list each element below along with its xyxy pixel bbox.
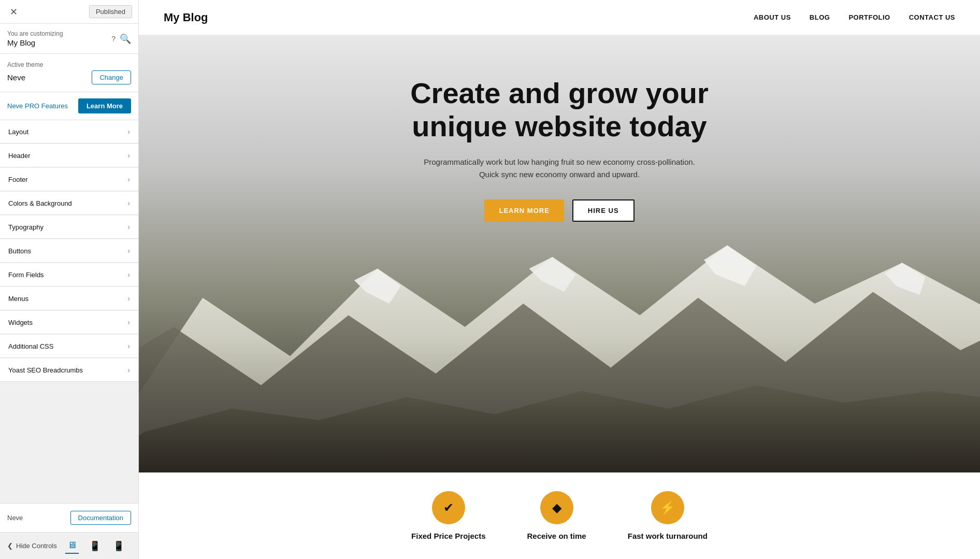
menu-item-label: Yoast SEO Breadcrumbs — [8, 366, 83, 374]
feature-icon: ✔ — [432, 491, 465, 524]
hide-controls-label: Hide Controls — [16, 542, 57, 550]
close-button[interactable]: ✕ — [6, 5, 21, 19]
chevron-right-icon: › — [127, 199, 130, 207]
site-title: My Blog — [164, 11, 208, 24]
neve-pro-section: Neve PRO Features Learn More — [0, 92, 138, 120]
feature-item: ◆ Receive on time — [527, 491, 586, 540]
menu-item[interactable]: Additional CSS› — [0, 335, 138, 358]
learn-more-hero-button[interactable]: LEARN MORE — [484, 199, 564, 222]
menu-item[interactable]: Colors & Background› — [0, 192, 138, 215]
chevron-left-icon: ❮ — [7, 542, 13, 550]
chevron-right-icon: › — [127, 223, 130, 231]
feature-item: ⚡ Fast work turnaround — [628, 491, 708, 540]
feature-label: Fixed Price Projects — [411, 532, 485, 540]
hero-section: Create and grow your unique website toda… — [139, 35, 980, 472]
chevron-right-icon: › — [127, 127, 130, 136]
help-icon[interactable]: ? — [111, 35, 116, 43]
change-theme-button[interactable]: Change — [92, 70, 131, 84]
site-navigation: ABOUT USBLOGPORTFOLIOCONTACT US — [754, 13, 955, 21]
chevron-right-icon: › — [127, 342, 130, 350]
active-theme-section: Active theme Neve Change — [0, 54, 138, 92]
site-header: My Blog ABOUT USBLOGPORTFOLIOCONTACT US — [139, 0, 980, 35]
chevron-right-icon: › — [127, 318, 130, 326]
chevron-right-icon: › — [127, 270, 130, 279]
features-section: ✔ Fixed Price Projects ◆ Receive on time… — [139, 472, 980, 559]
hide-controls-button[interactable]: ❮ Hide Controls — [7, 542, 57, 550]
menu-item[interactable]: Footer› — [0, 168, 138, 191]
menu-item-label: Buttons — [8, 247, 31, 255]
feature-label: Receive on time — [527, 532, 586, 540]
menu-item-label: Typography — [8, 223, 44, 231]
menu-item[interactable]: Form Fields› — [0, 263, 138, 286]
panel-footer: Neve Documentation — [0, 503, 138, 532]
menu-item-label: Footer — [8, 176, 28, 183]
feature-item: ✔ Fixed Price Projects — [411, 491, 485, 540]
menu-item-label: Layout — [8, 128, 28, 136]
menu-item-label: Widgets — [8, 319, 33, 326]
nav-item[interactable]: CONTACT US — [909, 13, 955, 21]
learn-more-button[interactable]: Learn More — [78, 98, 131, 113]
neve-pro-label: Neve PRO Features — [7, 102, 68, 110]
hero-buttons: LEARN MORE HIRE US — [160, 199, 959, 222]
chevron-right-icon: › — [127, 366, 130, 374]
menu-item[interactable]: Yoast SEO Breadcrumbs› — [0, 359, 138, 382]
chevron-right-icon: › — [127, 175, 130, 183]
menu-list: Layout›Header›Footer›Colors & Background… — [0, 120, 138, 503]
hero-subtitle: Programmatically work but low hanging fr… — [420, 156, 699, 181]
neve-footer-label: Neve — [7, 514, 23, 522]
nav-item[interactable]: BLOG — [810, 13, 830, 21]
menu-item[interactable]: Buttons› — [0, 239, 138, 263]
hero-title: Create and grow your unique website toda… — [378, 77, 741, 144]
desktop-device-button[interactable]: 🖥 — [65, 538, 79, 554]
feature-label: Fast work turnaround — [628, 532, 708, 540]
menu-item[interactable]: Header› — [0, 144, 138, 167]
menu-item[interactable]: Menus› — [0, 287, 138, 310]
menu-item[interactable]: Typography› — [0, 216, 138, 239]
nav-item[interactable]: PORTFOLIO — [848, 13, 890, 21]
hire-us-button[interactable]: HIRE US — [572, 199, 635, 222]
menu-item[interactable]: Layout› — [0, 120, 138, 144]
customizing-label: You are customizing — [7, 30, 63, 37]
site-name-label: My Blog — [7, 38, 63, 47]
menu-item-label: Form Fields — [8, 271, 44, 279]
panel-header: ✕ Published — [0, 0, 138, 24]
documentation-button[interactable]: Documentation — [70, 511, 131, 525]
menu-item-label: Header — [8, 152, 31, 160]
customizer-panel: ✕ Published You are customizing My Blog … — [0, 0, 139, 559]
menu-item-label: Colors & Background — [8, 199, 72, 207]
feature-icon: ⚡ — [651, 491, 684, 524]
chevron-right-icon: › — [127, 247, 130, 255]
chevron-right-icon: › — [127, 151, 130, 160]
menu-item[interactable]: Widgets› — [0, 311, 138, 334]
nav-item[interactable]: ABOUT US — [754, 13, 791, 21]
published-badge: Published — [89, 5, 132, 18]
tablet-device-button[interactable]: 📱 — [87, 538, 103, 554]
chevron-right-icon: › — [127, 294, 130, 303]
preview-area: My Blog ABOUT USBLOGPORTFOLIOCONTACT US — [139, 0, 980, 559]
customizing-section: You are customizing My Blog ? 🔍 — [0, 24, 138, 54]
hero-content: Create and grow your unique website toda… — [139, 35, 980, 472]
bottom-bar: ❮ Hide Controls 🖥 📱 📱 — [0, 532, 138, 559]
active-theme-name: Neve — [7, 73, 25, 82]
mobile-device-button[interactable]: 📱 — [111, 538, 126, 554]
menu-item-label: Additional CSS — [8, 342, 53, 350]
feature-icon: ◆ — [540, 491, 573, 524]
search-button[interactable]: 🔍 — [120, 33, 131, 45]
menu-item-label: Menus — [8, 295, 28, 303]
active-theme-label: Active theme — [7, 61, 131, 68]
